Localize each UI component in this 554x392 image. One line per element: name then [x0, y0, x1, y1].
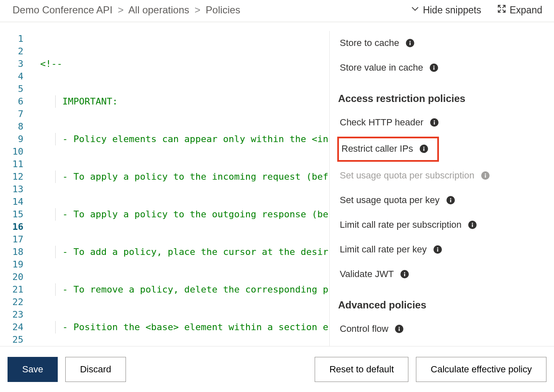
code-text: - Policy elements can appear only within…: [40, 134, 328, 144]
svg-rect-23: [472, 224, 473, 227]
breadcrumb-item-api[interactable]: Demo Conference API: [13, 4, 113, 15]
svg-rect-20: [450, 200, 451, 202]
snippet-label: Limit call rate per key: [340, 244, 427, 255]
snippet-label: Check HTTP header: [340, 117, 423, 128]
info-icon[interactable]: [446, 196, 455, 204]
snippet-validate-jwt[interactable]: Validate JWT: [337, 262, 545, 287]
svg-rect-21: [450, 198, 451, 199]
snippet-check-http-header[interactable]: Check HTTP header: [337, 110, 545, 135]
info-icon[interactable]: [430, 118, 439, 127]
info-icon[interactable]: [433, 245, 442, 254]
svg-rect-9: [433, 66, 435, 67]
svg-rect-27: [437, 247, 439, 249]
snippet-label: Store value in cache: [340, 62, 423, 73]
svg-rect-29: [404, 274, 405, 276]
breadcrumb: Demo Conference API > All operations > P…: [13, 4, 240, 16]
svg-rect-18: [485, 173, 486, 175]
snippet-label: Validate JWT: [340, 269, 394, 280]
snippet-label: Store to cache: [340, 38, 399, 48]
topbar: Demo Conference API > All operations > P…: [0, 0, 554, 22]
svg-rect-15: [423, 147, 425, 148]
svg-rect-17: [485, 175, 486, 178]
snippet-category-advanced: Advanced policies: [337, 287, 545, 317]
policy-editor-pane: 1234567891011121314151617181920212223242…: [0, 31, 330, 346]
snippet-label: Restrict caller IPs: [341, 143, 413, 154]
info-icon[interactable]: [420, 145, 428, 153]
svg-rect-33: [399, 327, 400, 328]
snippet-label: Set usage quota per key: [340, 195, 440, 206]
svg-rect-24: [472, 223, 473, 224]
snippet-set-usage-quota-per-subscription: Set usage quota per subscription: [337, 163, 545, 188]
snippet-label: Limit call rate per subscription: [340, 219, 462, 230]
breadcrumb-separator: >: [192, 4, 203, 15]
svg-rect-11: [434, 122, 435, 125]
line-number-gutter: 1234567891011121314151617181920212223242…: [0, 31, 28, 346]
snippet-control-flow[interactable]: Control flow: [337, 317, 545, 341]
info-icon[interactable]: [400, 270, 409, 278]
main-area: 1234567891011121314151617181920212223242…: [0, 31, 554, 346]
expand-button[interactable]: Expand: [497, 4, 542, 16]
info-icon[interactable]: [430, 64, 438, 72]
info-icon[interactable]: [481, 171, 490, 180]
snippet-restrict-caller-ips[interactable]: Restrict caller IPs: [337, 137, 439, 162]
info-icon[interactable]: [395, 325, 403, 333]
snippet-category-access: Access restriction policies: [337, 80, 545, 110]
snippet-label: Set usage quota per subscription: [340, 170, 474, 181]
snippet-store-value-in-cache[interactable]: Store value in cache: [337, 56, 545, 80]
svg-rect-30: [404, 272, 405, 273]
reset-to-default-button[interactable]: Reset to default: [315, 357, 408, 382]
snippet-label: Control flow: [340, 323, 388, 334]
svg-rect-8: [433, 67, 435, 70]
snippet-limit-call-rate-per-subscription[interactable]: Limit call rate per subscription: [337, 213, 545, 237]
snippet-store-to-cache[interactable]: Store to cache: [337, 31, 545, 56]
snippet-limit-call-rate-per-key[interactable]: Limit call rate per key: [337, 237, 545, 262]
svg-line-2: [498, 10, 501, 12]
svg-rect-12: [434, 120, 435, 122]
svg-rect-5: [410, 43, 411, 45]
svg-rect-26: [437, 249, 439, 252]
bottom-toolbar: Save Discard Reset to default Calculate …: [0, 346, 554, 392]
code-text: - To remove a policy, delete the corresp…: [40, 284, 328, 295]
top-actions: Hide snippets Expand: [410, 4, 542, 16]
chevron-down-icon: [410, 4, 420, 16]
svg-rect-6: [410, 41, 411, 42]
svg-line-0: [498, 5, 501, 8]
svg-line-1: [503, 5, 505, 8]
code-editor[interactable]: 1234567891011121314151617181920212223242…: [0, 31, 329, 346]
info-icon[interactable]: [468, 221, 477, 229]
discard-button[interactable]: Discard: [65, 357, 126, 382]
code-text: IMPORTANT:: [40, 96, 118, 107]
svg-rect-14: [423, 148, 425, 151]
hide-snippets-button[interactable]: Hide snippets: [410, 4, 481, 16]
breadcrumb-item-ops[interactable]: All operations: [128, 4, 189, 15]
breadcrumb-item-policies[interactable]: Policies: [206, 4, 241, 15]
code-content[interactable]: <!-- IMPORTANT: - Policy elements can ap…: [28, 31, 329, 346]
svg-line-3: [503, 10, 505, 12]
code-text: <!--: [40, 59, 62, 69]
svg-rect-32: [399, 328, 400, 331]
info-icon[interactable]: [406, 39, 414, 47]
code-text: - To apply a policy to the outgoing resp…: [40, 209, 328, 219]
hide-snippets-label: Hide snippets: [423, 5, 481, 16]
snippet-set-usage-quota-per-key[interactable]: Set usage quota per key: [337, 188, 545, 213]
code-text: - Position the <base> element within a s…: [40, 322, 328, 332]
expand-label: Expand: [510, 5, 542, 16]
snippets-pane: Store to cache Store value in cache Acce…: [330, 31, 554, 346]
expand-icon: [497, 4, 506, 16]
code-text: - To add a policy, place the cursor at t…: [40, 247, 328, 257]
code-text: - To apply a policy to the incoming requ…: [40, 171, 328, 182]
breadcrumb-separator: >: [115, 4, 126, 15]
calculate-effective-policy-button[interactable]: Calculate effective policy: [416, 357, 546, 382]
save-button[interactable]: Save: [8, 357, 58, 382]
